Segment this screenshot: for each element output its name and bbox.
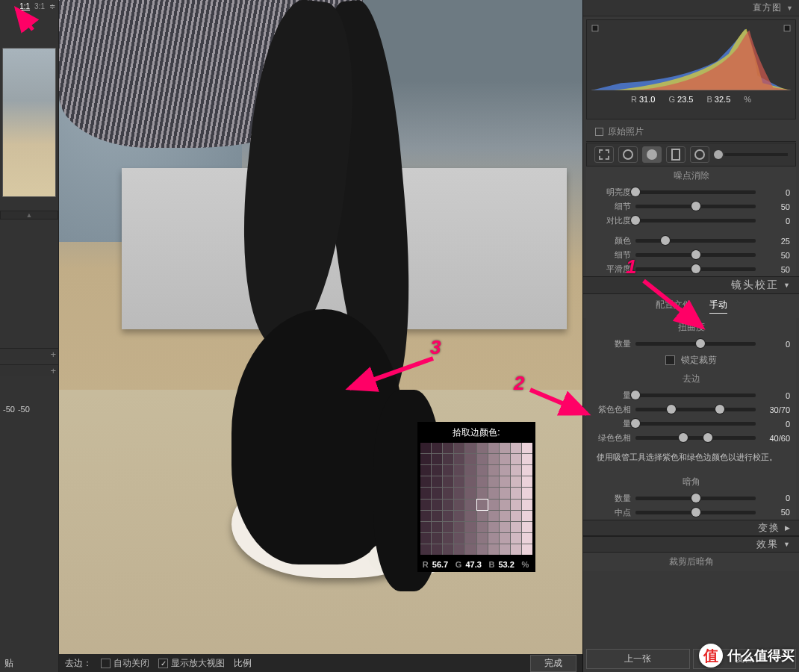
vignette-slider-1[interactable]: 中点 50 <box>586 505 796 520</box>
zoom-1-1[interactable]: 1:1 <box>19 2 30 10</box>
effects-panel-header[interactable]: 效果▼ <box>583 536 799 553</box>
noise-lum-slider-2[interactable]: 对比度 0 <box>586 214 796 228</box>
collapsed-panel-group: 变换▶ 效果▼ 裁剪后暗角 <box>583 520 799 571</box>
distortion-title: 扭曲度 <box>586 318 796 337</box>
zoom-level-picker: 1:1 3:1 ≑ <box>0 0 58 12</box>
tool-options-bar: 去边： 自动关闭 显示放大视图 比例 完成 <box>59 654 582 672</box>
track-value-a: -50 <box>3 405 15 414</box>
panel-collapse-bar[interactable]: ▲ <box>0 211 58 220</box>
develop-right-panel: 直方图▼ R 31.0 G 23.5 B 32.5 % 原始照片 <box>582 0 799 672</box>
noise-color-slider-2[interactable]: 平滑度 50 <box>586 262 796 276</box>
noise-title: 噪点消除 <box>586 167 796 185</box>
tab-manual[interactable]: 手动 <box>709 299 727 314</box>
svg-rect-1 <box>784 25 790 31</box>
tab-profile[interactable]: 配置文件 <box>656 299 691 314</box>
noise-reduction-section: 噪点消除 明亮度 0 细节 50 对比度 0 颜色 25 细节 50 平滑度 5… <box>586 167 796 276</box>
histogram-panel-header[interactable]: 直方图▼ <box>583 0 799 16</box>
original-photo-toggle[interactable]: 原始照片 <box>586 122 796 142</box>
image-viewport[interactable]: 拾取边颜色: R 56.7 G 47.3 B 53.2 % 去边： 自动关闭 显… <box>59 0 582 672</box>
zoom-dropdown-icon[interactable]: ≑ <box>49 2 55 10</box>
redeye-tool-icon[interactable] <box>642 146 662 163</box>
graduated-filter-icon[interactable] <box>666 146 685 163</box>
vignette-title: 暗角 <box>586 473 796 491</box>
noise-lum-slider-1[interactable]: 细节 50 <box>586 199 796 214</box>
noise-color-slider-0[interactable]: 颜色 25 <box>586 234 796 248</box>
navigator-image <box>3 49 55 196</box>
left-panel: 1:1 3:1 ≑ ▲ + + -50 -50 贴 <box>0 0 59 672</box>
histogram-svg <box>591 25 791 90</box>
prev-photo-button[interactable]: 上一张 <box>586 649 690 669</box>
paste-button[interactable]: 贴 <box>0 655 58 672</box>
vignette-section: 暗角 数量 0 中点 50 <box>586 473 796 520</box>
noise-color-slider-1[interactable]: 细节 50 <box>586 248 796 262</box>
defringe-slider-0[interactable]: 量 0 <box>586 388 796 402</box>
exposure-readouts: -50 -50 <box>0 403 58 415</box>
vignette-slider-0[interactable]: 数量 0 <box>586 491 796 505</box>
defringe-title: 去边 <box>586 370 796 388</box>
lens-tabs: 配置文件 手动 <box>583 294 799 318</box>
radial-filter-icon[interactable] <box>690 146 709 163</box>
noise-lum-slider-0[interactable]: 明亮度 0 <box>586 185 796 199</box>
crop-tool-icon[interactable] <box>594 146 614 163</box>
done-button[interactable]: 完成 <box>530 655 576 672</box>
histogram-display: R 31.0 G 23.5 B 32.5 % <box>586 19 796 119</box>
lens-correction-header[interactable]: 镜头校正▼ <box>583 276 799 294</box>
brush-size-slider[interactable] <box>714 150 788 159</box>
distortion-amount-slider[interactable]: 数量 0 <box>586 337 796 351</box>
auto-close-checkbox[interactable]: 自动关闭 <box>101 657 149 670</box>
defringe-hint: 使用吸管工具选择紫色和绿色边颜色以进行校正。 <box>586 445 796 473</box>
lock-crop-checkbox[interactable]: 锁定裁剪 <box>586 351 796 370</box>
defringe-slider-1[interactable]: 紫色色相 30/70 <box>586 402 796 417</box>
zoom-3-1[interactable]: 3:1 <box>34 2 45 10</box>
defringe-section: 去边 量 0 紫色色相 30/70 量 0 绿色色相 40/60 使用吸管工具选… <box>586 370 796 473</box>
distortion-section: 扭曲度 数量 0 锁定裁剪 <box>586 318 796 370</box>
sampler-readout: R 56.7 G 47.3 B 53.2 % <box>419 559 534 570</box>
tool-name-label: 去边： <box>65 657 92 670</box>
track-value-b: -50 <box>18 405 30 414</box>
watermark-text: 什么值得买 <box>727 647 795 665</box>
watermark-badge-icon: 值 <box>699 644 723 668</box>
color-sampler-loupe: 拾取边颜色: R 56.7 G 47.3 B 53.2 % <box>417 422 535 572</box>
watermark: 值 什么值得买 <box>699 644 795 668</box>
defringe-slider-3[interactable]: 绿色色相 40/60 <box>586 431 796 445</box>
histogram-rgb-readout: R 31.0 G 23.5 B 32.5 % <box>591 95 791 104</box>
local-adjustment-toolstrip <box>586 143 796 167</box>
post-crop-vignette-title: 裁剪后暗角 <box>583 553 799 571</box>
ratio-label: 比例 <box>234 657 252 670</box>
navigator-thumbnail[interactable] <box>2 48 56 197</box>
sampler-title: 拾取边颜色: <box>419 426 534 439</box>
defringe-slider-2[interactable]: 量 0 <box>586 417 796 431</box>
transform-panel-header[interactable]: 变换▶ <box>583 520 799 536</box>
show-loupe-checkbox[interactable]: 显示放大视图 <box>158 657 225 670</box>
sampler-grid <box>420 443 532 555</box>
add-panel-button-2[interactable]: + <box>0 364 58 376</box>
spot-removal-icon[interactable] <box>618 146 638 163</box>
svg-rect-0 <box>592 25 598 31</box>
add-panel-button[interactable]: + <box>0 348 58 360</box>
